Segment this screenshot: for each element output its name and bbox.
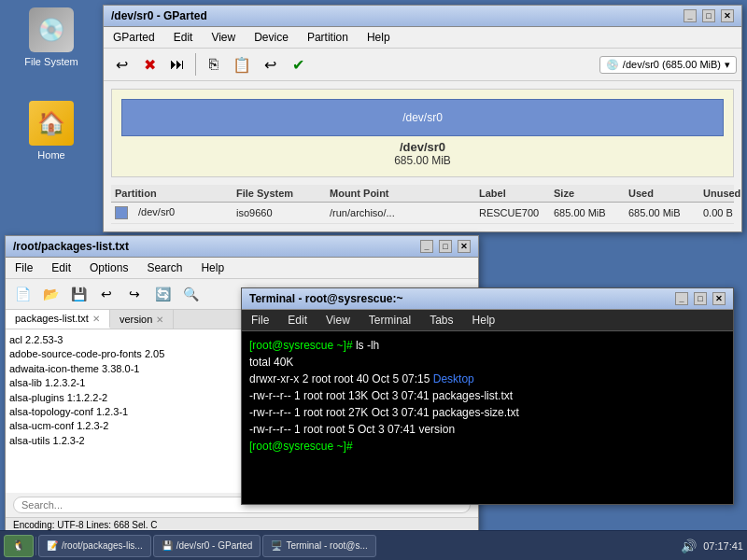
disk-size: 685.00 MiB	[121, 154, 724, 167]
terminal-titlebar: Terminal - root@sysrescue:~ _ □ ✕	[242, 288, 733, 310]
editor-new-button[interactable]: 📄	[9, 281, 35, 307]
taskbar-item-editor[interactable]: 📝 /root/packages-lis...	[38, 535, 151, 557]
terminal-menu-view[interactable]: View	[317, 312, 359, 329]
terminal-line-1: [root@sysrescue ~]# ls -lh	[249, 337, 726, 354]
volume-icon[interactable]: 🔊	[679, 537, 698, 555]
partition-mount: /run/archiso/...	[326, 207, 475, 218]
start-button[interactable]: 🐧	[4, 535, 34, 557]
tab-version[interactable]: version ✕	[110, 310, 174, 329]
gparted-titlebar: /dev/sr0 - GParted _ □ ✕	[104, 6, 741, 27]
terminal-content[interactable]: [root@sysrescue ~]# ls -lh total 40K drw…	[242, 331, 733, 504]
tab2-close-icon[interactable]: ✕	[156, 315, 163, 325]
editor-redo-button[interactable]: ↪	[121, 281, 148, 307]
editor-menu-file[interactable]: File	[6, 259, 42, 276]
terminal-line-6: -rw-r--r-- 1 root root 5 Oct 3 07:41 ver…	[249, 421, 726, 438]
system-tray: 🔊 07:17:41	[679, 537, 743, 555]
terminal-window: Terminal - root@sysrescue:~ _ □ ✕ File E…	[241, 287, 734, 505]
editor-titlebar-buttons: _ □ ✕	[418, 240, 471, 253]
editor-redo2-button[interactable]: 🔄	[149, 281, 176, 307]
device-selector[interactable]: 💿 /dev/sr0 (685.00 MiB) ▾	[599, 56, 737, 74]
terminal-menu-edit[interactable]: Edit	[278, 312, 317, 329]
editor-close-button[interactable]: ✕	[458, 240, 471, 253]
terminal-menu-help[interactable]: Help	[463, 312, 505, 329]
terminal-close-button[interactable]: ✕	[712, 292, 726, 305]
table-row[interactable]: /dev/sr0 iso9660 /run/archiso/... RESCUE…	[111, 203, 734, 224]
device-selector-label: /dev/sr0 (685.00 MiB)	[623, 59, 721, 70]
new-button[interactable]: ↩	[108, 51, 134, 77]
partition-color	[115, 206, 128, 219]
terminal-minimize-button[interactable]: _	[675, 292, 688, 305]
terminal-task-label: Terminal - root@s...	[286, 540, 367, 551]
editor-maximize-button[interactable]: □	[439, 240, 452, 253]
gparted-task-icon: 💾	[162, 540, 173, 551]
close-button[interactable]: ✕	[721, 9, 734, 22]
copy-button[interactable]: ⎘	[201, 51, 227, 77]
menu-partition[interactable]: Partition	[298, 29, 358, 46]
delete-button[interactable]: ✖	[136, 51, 162, 77]
home-icon: 🏠	[29, 101, 74, 146]
menu-gparted[interactable]: GParted	[104, 29, 164, 46]
col-unused: Unused	[699, 188, 747, 199]
terminal-titlebar-buttons: _ □ ✕	[673, 292, 726, 305]
disk-visual: /dev/sr0 /dev/sr0 685.00 MiB	[111, 89, 734, 177]
terminal-menu-tabs[interactable]: Tabs	[420, 312, 462, 329]
editor-titlebar: /root/packages-list.txt _ □ ✕	[6, 236, 478, 258]
terminal-line-7: [root@sysrescue ~]#	[249, 438, 726, 455]
disk-label: /dev/sr0	[121, 140, 724, 154]
taskbar-item-terminal[interactable]: 🖥️ Terminal - root@s...	[262, 535, 375, 557]
menu-device[interactable]: Device	[245, 29, 298, 46]
partition-fs: iso9660	[233, 207, 326, 218]
table-header: Partition File System Mount Point Label …	[111, 185, 734, 203]
system-time: 07:17:41	[703, 540, 743, 552]
last-button[interactable]: ⏭	[164, 51, 190, 77]
disk-icon: 💿	[606, 59, 619, 71]
menu-view[interactable]: View	[202, 29, 245, 46]
maximize-button[interactable]: □	[702, 9, 715, 22]
undo-button[interactable]: ↩	[257, 51, 283, 77]
desktop-icon-filesystem[interactable]: 💿 File System	[0, 0, 103, 75]
editor-open-button[interactable]: 📂	[37, 281, 63, 307]
menu-edit[interactable]: Edit	[164, 29, 203, 46]
partition-unused: 0.00 B	[699, 207, 747, 218]
chevron-down-icon: ▾	[725, 59, 730, 71]
tab1-label: packages-list.txt	[15, 313, 89, 324]
minimize-button[interactable]: _	[684, 9, 697, 22]
terminal-line-4: -rw-r--r-- 1 root root 13K Oct 3 07:41 p…	[249, 387, 726, 404]
apply-button[interactable]: ✔	[285, 51, 311, 77]
tab-packages-list[interactable]: packages-list.txt ✕	[6, 310, 110, 329]
tab1-close-icon[interactable]: ✕	[92, 314, 100, 324]
editor-search-button[interactable]: 🔍	[177, 281, 204, 307]
taskbar: 🐧 📝 /root/packages-lis... 💾 /dev/sr0 - G…	[0, 530, 747, 560]
col-used: Used	[625, 188, 699, 199]
home-icon-label: Home	[37, 149, 64, 161]
gparted-toolbar: ↩ ✖ ⏭ ⎘ 📋 ↩ ✔ 💿 /dev/sr0 (685.00 MiB) ▾	[104, 49, 741, 81]
editor-save-button[interactable]: 💾	[65, 281, 92, 307]
statusbar-text: Encoding: UTF-8 Lines: 668 Sel. C	[13, 520, 158, 530]
terminal-maximize-button[interactable]: □	[694, 292, 707, 305]
menu-help[interactable]: Help	[358, 29, 400, 46]
editor-menu-edit[interactable]: Edit	[42, 259, 80, 276]
filesystem-icon: 💿	[29, 7, 74, 52]
taskbar-item-gparted[interactable]: 💾 /dev/sr0 - GParted	[153, 535, 261, 557]
paste-button[interactable]: 📋	[229, 51, 255, 77]
editor-title: /root/packages-list.txt	[13, 240, 129, 253]
editor-menu-options[interactable]: Options	[80, 259, 137, 276]
editor-menu-search[interactable]: Search	[137, 259, 191, 276]
partition-size: 685.00 MiB	[550, 207, 625, 218]
partition-name: /dev/sr0	[111, 206, 233, 219]
col-partition: Partition	[111, 188, 233, 199]
desktop-icon-home[interactable]: 🏠 Home	[0, 93, 103, 168]
col-size: Size	[550, 188, 625, 199]
partition-label: RESCUE700	[475, 207, 550, 218]
editor-task-label: /root/packages-lis...	[62, 540, 143, 551]
terminal-menubar: File Edit View Terminal Tabs Help	[242, 310, 733, 331]
terminal-menu-terminal[interactable]: Terminal	[359, 312, 420, 329]
editor-minimize-button[interactable]: _	[420, 240, 433, 253]
editor-menubar: File Edit Options Search Help	[6, 258, 478, 279]
editor-task-icon: 📝	[47, 540, 58, 551]
editor-menu-help[interactable]: Help	[191, 259, 233, 276]
prompt-1: [root@sysrescue ~]#	[249, 339, 356, 352]
terminal-line-5: -rw-r--r-- 1 root root 27K Oct 3 07:41 p…	[249, 404, 726, 421]
editor-undo-button[interactable]: ↩	[93, 281, 120, 307]
terminal-menu-file[interactable]: File	[242, 312, 278, 329]
